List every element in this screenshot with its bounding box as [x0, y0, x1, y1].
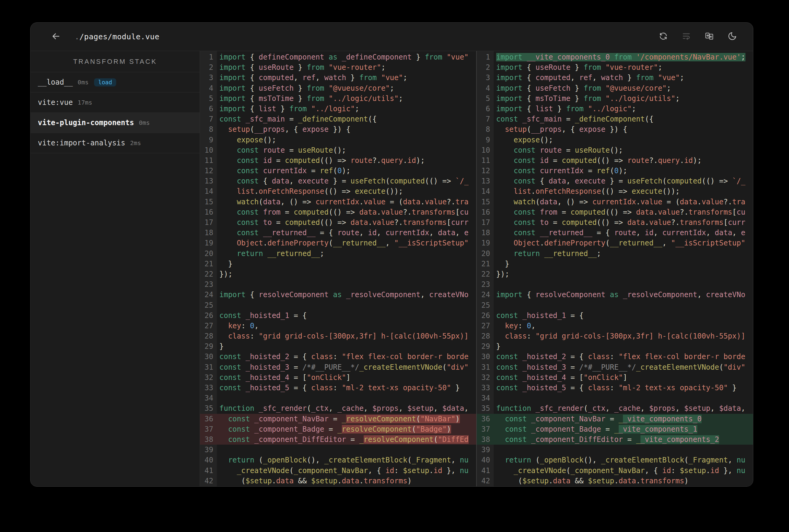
code-line: 34 — [200, 393, 476, 403]
line-number: 22 — [200, 269, 217, 279]
plugin-time: 0ms — [78, 79, 89, 86]
line-number: 18 — [200, 228, 217, 238]
line-number: 5 — [200, 93, 217, 104]
line-number: 10 — [477, 145, 494, 155]
code-text: const _hoisted_1 = { — [494, 310, 753, 321]
line-number: 6 — [200, 104, 217, 114]
code-text: const { data, execute } = useFetch(compu… — [494, 176, 753, 186]
code-text: import { useFetch } from "@vueuse/core"; — [217, 83, 476, 93]
sidebar-item-vite-plugin-components[interactable]: vite-plugin-components0ms — [31, 113, 200, 133]
refresh-button[interactable] — [658, 32, 668, 42]
line-number: 3 — [200, 73, 217, 83]
title-root-dot: . — [75, 32, 79, 41]
code-line: 23 — [477, 279, 753, 289]
code-line: 13 const { data, execute } = useFetch(co… — [477, 176, 753, 186]
code-line: 19 Object.defineProperty(__returned__, "… — [200, 238, 476, 248]
line-number: 8 — [477, 124, 494, 134]
code-text — [494, 445, 753, 455]
code-line: 12 const currentIdx = ref(0); — [200, 166, 476, 176]
code-text: function _sfc_render(_ctx, _cache, $prop… — [494, 403, 753, 414]
sidebar-item-vite-import-analysis[interactable]: vite:import-analysis2ms — [31, 133, 200, 153]
code-line: 12 const currentIdx = ref(0); — [477, 166, 753, 176]
inspect-window: ./pages/module.vue — [30, 22, 753, 487]
code-line: 22}); — [200, 269, 476, 279]
back-button[interactable] — [50, 31, 62, 43]
code-line: 8 setup(__props, { expose }) { — [200, 124, 476, 134]
code-line: 18 const __returned__ = { route, id, cur… — [477, 228, 753, 238]
code-text: const _hoisted_3 = /*#__PURE__*/_createE… — [494, 362, 753, 373]
line-number: 26 — [200, 310, 217, 321]
code-text: const __returned__ = { route, id, curren… — [494, 228, 753, 238]
code-line: 30const _hoisted_2 = { class: "flex flex… — [477, 352, 753, 362]
code-text: } — [494, 341, 753, 352]
code-text: import { useRoute } from "vue-router"; — [217, 62, 476, 73]
sidebar-item-vite-vue[interactable]: vite:vue17ms — [31, 93, 200, 113]
line-number: 12 — [200, 166, 217, 176]
code-line: 5import { msToTime } from "../logic/util… — [200, 93, 476, 104]
line-number: 17 — [477, 217, 494, 228]
line-number: 13 — [200, 176, 217, 186]
line-number: 30 — [200, 352, 217, 362]
code-line: 38 const _component_DiffEditor = _resolv… — [200, 434, 476, 445]
line-number: 19 — [200, 238, 217, 248]
editor-after-panel[interactable]: 1import __vite_components_0 from '/compo… — [477, 51, 753, 486]
editor-before-panel[interactable]: 1import { defineComponent as _defineComp… — [200, 51, 476, 486]
code-line: 1import __vite_components_0 from '/compo… — [477, 52, 753, 62]
code-line: 2import { useRoute } from "vue-router"; — [477, 62, 753, 73]
code-line: 39 — [477, 445, 753, 455]
code-line: 9 expose(); — [200, 135, 476, 145]
plugin-name: __load__ — [38, 78, 73, 87]
line-number: 39 — [200, 445, 217, 455]
line-number: 9 — [477, 135, 494, 145]
code-text: const route = useRoute(); — [494, 145, 753, 155]
title-bar: ./pages/module.vue — [31, 23, 753, 51]
code-line: 14 list.onFetchResponse(() => execute())… — [477, 186, 753, 196]
line-number: 30 — [477, 352, 494, 362]
code-text: } — [217, 341, 476, 352]
code-line: 20 return __returned__; — [200, 248, 476, 259]
line-number: 37 — [200, 424, 217, 434]
sidebar-item--load-[interactable]: __load__0msload — [31, 72, 200, 93]
code-line: 4import { useFetch } from "@vueuse/core"… — [477, 83, 753, 93]
code-text: watch(data, () => currentIdx.value = (da… — [494, 197, 753, 207]
line-wrap-icon — [682, 32, 691, 42]
code-text — [217, 445, 476, 455]
code-text: expose(); — [217, 135, 476, 145]
code-line: 33const _hoisted_5 = { class: "ml-2 text… — [200, 383, 476, 393]
code-text: Object.defineProperty(__returned__, "__i… — [217, 238, 476, 248]
line-number: 23 — [200, 279, 217, 289]
code-line: 11 const id = computed(() => route?.quer… — [477, 155, 753, 166]
code-text: const _component_NavBar = __vite_compone… — [494, 414, 753, 424]
line-number: 11 — [200, 155, 217, 166]
code-text: return (_openBlock(), _createElementBloc… — [217, 455, 476, 465]
arrow-left-icon — [51, 31, 61, 43]
code-text — [494, 300, 753, 310]
code-line: 32const _hoisted_4 = ["onClick"] — [477, 373, 753, 383]
moon-icon — [728, 32, 737, 42]
line-wrap-button[interactable] — [681, 32, 691, 42]
code-line: 41 _createVNode(_component_NavBar, { id:… — [200, 466, 476, 476]
toolbar-actions — [658, 32, 737, 42]
transform-stack-header: TRANSFORM STACK — [31, 51, 200, 72]
code-text: const currentIdx = ref(0); — [217, 166, 476, 176]
code-line: 39 — [200, 445, 476, 455]
code-text: import { msToTime } from "../logic/utils… — [494, 93, 753, 104]
code-text: const __returned__ = { route, id, curren… — [217, 228, 476, 238]
code-text: const to = computed(() => data.value?.tr… — [494, 217, 753, 228]
code-line: 35function _sfc_render(_ctx, _cache, $pr… — [477, 403, 753, 414]
code-line: 35function _sfc_render(_ctx, _cache, $pr… — [200, 403, 476, 414]
code-line: 10 const route = useRoute(); — [477, 145, 753, 155]
line-number: 27 — [477, 321, 494, 331]
code-line: 16 const from = computed(() => data.valu… — [200, 207, 476, 217]
code-line: 31const _hoisted_3 = /*#__PURE__*/_creat… — [200, 362, 476, 373]
code-text: const _component_NavBar = _resolveCompon… — [217, 414, 476, 424]
code-line: 31const _hoisted_3 = /*#__PURE__*/_creat… — [477, 362, 753, 373]
code-text: key: 0, — [217, 321, 476, 331]
code-text: const route = useRoute(); — [217, 145, 476, 155]
code-line: 27 key: 0, — [477, 321, 753, 331]
code-line: 15 watch(data, () => currentIdx.value = … — [477, 197, 753, 207]
line-number: 14 — [477, 186, 494, 196]
code-text: const _hoisted_4 = ["onClick"] — [217, 373, 476, 383]
dark-mode-button[interactable] — [727, 32, 737, 42]
compare-panels-button[interactable] — [704, 32, 714, 42]
